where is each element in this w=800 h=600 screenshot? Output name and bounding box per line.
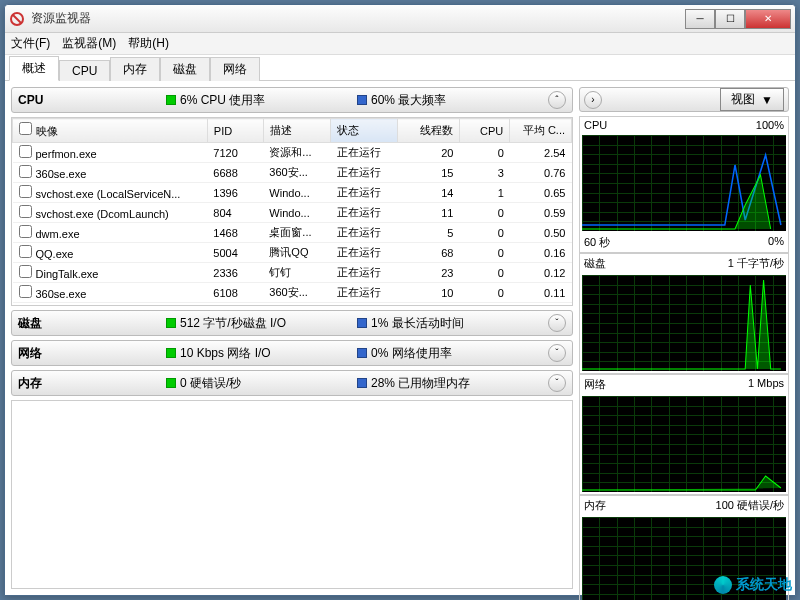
network-section-header[interactable]: 网络 10 Kbps 网络 I/O 0% 网络使用率 ˇ [11,340,573,366]
graph-scale: 1 Mbps [748,377,784,392]
col-pid[interactable]: PID [207,119,263,143]
row-checkbox[interactable] [19,145,32,158]
disk-section-header[interactable]: 磁盘 512 字节/秒磁盘 I/O 1% 最长活动时间 ˇ [11,310,573,336]
app-window: 资源监视器 ─ ☐ ✕ 文件(F) 监视器(M) 帮助(H) 概述 CPU 内存… [4,4,796,596]
table-row[interactable]: svchost.exe (DcomLaunch)804Windo...正在运行1… [13,203,572,223]
cpu-usage-icon [166,95,176,105]
graph-网络: 网络1 Mbps [579,374,789,495]
left-panel: CPU 6% CPU 使用率 60% 最大频率 ˆ 映像 PID 描述 状态 线… [11,87,573,589]
col-avg[interactable]: 平均 C... [510,119,572,143]
cpu-collapse-button[interactable]: ˆ [548,91,566,109]
graph-scale: 100 硬错误/秒 [716,498,784,513]
disk-io-icon [166,318,176,328]
cpu-title: CPU [18,93,158,107]
watermark-icon [714,576,732,594]
menu-file[interactable]: 文件(F) [11,35,50,52]
disk-active-label: 1% 最长活动时间 [371,315,464,332]
panel-collapse-button[interactable]: › [584,91,602,109]
row-checkbox[interactable] [19,285,32,298]
table-row[interactable]: dwm.exe1468桌面窗...正在运行500.50 [13,223,572,243]
row-checkbox[interactable] [19,245,32,258]
net-io-label: 10 Kbps 网络 I/O [180,345,271,362]
mem-faults-label: 0 硬错误/秒 [180,375,241,392]
select-all-checkbox[interactable] [19,122,32,135]
memory-section-header[interactable]: 内存 0 硬错误/秒 28% 已用物理内存 ˇ [11,370,573,396]
view-button[interactable]: 视图▼ [720,88,784,111]
menubar: 文件(F) 监视器(M) 帮助(H) [5,33,795,55]
col-status[interactable]: 状态 [331,119,398,143]
graph-canvas [582,135,786,231]
col-image[interactable]: 映像 [13,119,208,143]
graph-title: 内存 [584,498,606,513]
net-usage-icon [357,348,367,358]
network-title: 网络 [18,345,158,362]
graph-title: 网络 [584,377,606,392]
app-icon [9,11,25,27]
table-row[interactable]: 360se.exe6108360安...正在运行1000.11 [13,283,572,303]
graph-scale: 1 千字节/秒 [728,256,784,271]
row-checkbox[interactable] [19,165,32,178]
cpu-freq-label: 60% 最大频率 [371,92,446,109]
tab-memory[interactable]: 内存 [110,57,160,81]
net-usage-label: 0% 网络使用率 [371,345,452,362]
graph-canvas [582,396,786,492]
row-checkbox[interactable] [19,205,32,218]
tab-disk[interactable]: 磁盘 [160,57,210,81]
net-io-icon [166,348,176,358]
menu-help[interactable]: 帮助(H) [128,35,169,52]
minimize-button[interactable]: ─ [685,9,715,29]
table-row[interactable]: perfmon.exe7120资源和...正在运行2002.54 [13,143,572,163]
network-expand-button[interactable]: ˇ [548,344,566,362]
maximize-button[interactable]: ☐ [715,9,745,29]
right-panel: › 视图▼ CPU100%60 秒0%磁盘1 千字节/秒网络1 Mbps内存10… [579,87,789,589]
graph-title: 磁盘 [584,256,606,271]
mem-used-icon [357,378,367,388]
window-controls: ─ ☐ ✕ [685,9,791,29]
disk-title: 磁盘 [18,315,158,332]
row-checkbox[interactable] [19,225,32,238]
graph-title: CPU [584,119,607,131]
process-table: 映像 PID 描述 状态 线程数 CPU 平均 C... perfmon.exe… [12,118,572,303]
content-area: CPU 6% CPU 使用率 60% 最大频率 ˆ 映像 PID 描述 状态 线… [5,81,795,595]
empty-detail-pane [11,400,573,589]
window-title: 资源监视器 [31,10,685,27]
graph-CPU: CPU100%60 秒0% [579,116,789,253]
svg-line-1 [13,15,21,23]
cpu-freq-icon [357,95,367,105]
tab-network[interactable]: 网络 [210,57,260,81]
menu-monitor[interactable]: 监视器(M) [62,35,116,52]
cpu-usage-label: 6% CPU 使用率 [180,92,265,109]
mem-used-label: 28% 已用物理内存 [371,375,470,392]
row-checkbox[interactable] [19,185,32,198]
col-desc[interactable]: 描述 [263,119,330,143]
disk-io-label: 512 字节/秒磁盘 I/O [180,315,286,332]
col-cpu[interactable]: CPU [459,119,509,143]
table-row[interactable]: 360se.exe6688360安...正在运行1530.76 [13,163,572,183]
table-row[interactable]: QQ.exe5004腾讯QQ正在运行6800.16 [13,243,572,263]
graph-磁盘: 磁盘1 千字节/秒 [579,253,789,374]
right-panel-header: › 视图▼ [579,87,789,112]
disk-active-icon [357,318,367,328]
table-row[interactable]: DingTalk.exe2336钉钉正在运行2300.12 [13,263,572,283]
mem-faults-icon [166,378,176,388]
watermark: 系统天地 [714,576,792,594]
disk-expand-button[interactable]: ˇ [548,314,566,332]
memory-title: 内存 [18,375,158,392]
close-button[interactable]: ✕ [745,9,791,29]
graph-scale: 100% [756,119,784,131]
row-checkbox[interactable] [19,265,32,278]
titlebar[interactable]: 资源监视器 ─ ☐ ✕ [5,5,795,33]
memory-expand-button[interactable]: ˇ [548,374,566,392]
tab-cpu[interactable]: CPU [59,60,110,81]
col-threads[interactable]: 线程数 [398,119,460,143]
graph-canvas [582,275,786,371]
watermark-text: 系统天地 [736,576,792,594]
process-table-container: 映像 PID 描述 状态 线程数 CPU 平均 C... perfmon.exe… [11,117,573,306]
tab-bar: 概述 CPU 内存 磁盘 网络 [5,55,795,81]
table-row[interactable]: svchost.exe (LocalServiceN...1396Windo..… [13,183,572,203]
dropdown-icon: ▼ [761,93,773,107]
cpu-section-header[interactable]: CPU 6% CPU 使用率 60% 最大频率 ˆ [11,87,573,113]
tab-overview[interactable]: 概述 [9,56,59,81]
